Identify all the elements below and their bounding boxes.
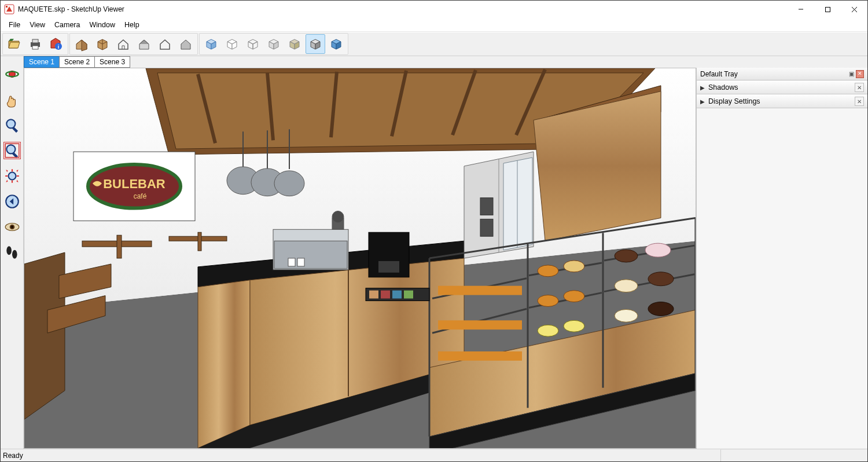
expand-arrow-icon: ▶ [700,98,705,105]
toolbar-group [69,33,198,55]
panel-label: Display Settings [708,97,760,105]
status-text: Ready [3,452,23,460]
face-7-icon[interactable] [326,34,346,54]
svg-rect-103 [369,291,378,299]
svg-marker-71 [503,157,532,250]
panel-label: Shadows [708,83,738,91]
svg-point-94 [538,325,558,336]
pan-icon[interactable] [3,91,21,108]
face-2-icon[interactable] [222,34,242,54]
menu-file[interactable]: File [4,20,25,30]
svg-rect-51 [198,232,201,251]
svg-rect-62 [288,258,295,266]
maximize-button[interactable] [814,1,841,18]
svg-rect-69 [480,198,493,215]
tray-close-icon[interactable]: ✕ [856,70,864,78]
menu-bar: File View Camera Window Help [1,18,867,32]
svg-point-101 [648,302,674,316]
zoom-window-icon[interactable] [3,142,21,159]
logo-top: BULEBAR [103,177,165,191]
model-info-icon[interactable]: i [46,34,66,54]
app-logo-icon [4,4,14,14]
menu-view[interactable]: View [25,20,50,30]
menu-window[interactable]: Window [85,20,120,30]
svg-rect-9 [32,46,38,49]
style-1-icon[interactable] [72,34,91,54]
camera-toolbar [1,56,24,449]
style-4-icon[interactable] [134,34,154,54]
tray-title-text: Default Tray [700,70,738,78]
svg-rect-104 [381,291,390,299]
minimize-button[interactable] [788,1,814,18]
svg-point-24 [6,246,12,255]
svg-point-99 [648,272,674,286]
status-bar: Ready [1,449,867,461]
window-title: MAQUETE.skp - SketchUp Viewer [18,5,788,13]
face-3-icon[interactable] [243,34,263,54]
expand-arrow-icon: ▶ [700,85,705,91]
style-6-icon[interactable] [176,34,196,54]
svg-point-95 [564,320,584,332]
previous-icon[interactable] [3,193,21,210]
menu-help[interactable]: Help [120,20,144,30]
svg-text:i: i [58,44,60,50]
menu-camera[interactable]: Camera [50,20,84,30]
style-3-icon[interactable] [113,34,133,54]
style-5-icon[interactable] [155,34,175,54]
style-2-icon[interactable] [93,34,112,54]
face-6-icon[interactable] [306,34,325,54]
scene-tab[interactable]: Scene 2 [59,56,95,68]
svg-rect-106 [404,291,413,299]
svg-point-90 [538,265,558,277]
svg-marker-53 [198,280,250,448]
svg-rect-88 [438,320,522,329]
svg-point-16 [6,145,15,153]
close-button[interactable] [841,1,867,18]
panel-shadows[interactable]: ▶ Shadows ✕ [697,80,867,94]
svg-point-96 [615,250,638,262]
svg-point-19 [8,173,16,180]
open-icon[interactable] [5,34,24,54]
app-window: MAQUETE.skp - SketchUp Viewer File View … [0,0,868,462]
face-5-icon[interactable] [285,34,304,54]
status-right-cell [720,449,865,461]
svg-rect-50 [117,235,122,258]
face-1-icon[interactable] [201,34,221,54]
tray-titlebar[interactable]: Default Tray ▣ ✕ [697,68,867,80]
svg-point-98 [615,280,638,292]
workspace: Scene 1Scene 2Scene 3 [1,56,867,449]
print-icon[interactable] [25,34,45,54]
scene-tab[interactable]: Scene 1 [24,56,60,68]
svg-point-91 [564,261,584,272]
svg-rect-65 [378,261,399,273]
scene-tab[interactable]: Scene 3 [94,56,130,68]
panel-display-settings[interactable]: ▶ Display Settings ✕ [697,94,867,108]
zoom-icon[interactable] [3,116,21,134]
svg-rect-87 [438,286,522,295]
panel-close-icon[interactable]: ✕ [855,83,864,92]
viewport-wrapper: BULEBAR café [24,56,867,449]
svg-point-23 [10,226,13,228]
pin-icon[interactable]: ▣ [849,71,854,77]
svg-rect-70 [480,219,493,236]
svg-rect-89 [438,351,522,361]
svg-rect-59 [274,241,347,269]
walk-icon[interactable] [3,244,21,261]
title-bar: MAQUETE.skp - SketchUp Viewer [1,1,867,18]
face-4-icon[interactable] [264,34,284,54]
panel-close-icon[interactable]: ✕ [855,97,864,106]
look-around-icon[interactable] [3,218,21,236]
main-toolbar: i [1,32,867,56]
svg-point-100 [615,309,638,322]
svg-point-92 [538,295,558,307]
svg-rect-3 [825,7,830,12]
svg-rect-1 [6,6,8,8]
model-viewport[interactable]: BULEBAR café [24,68,696,449]
svg-point-14 [6,119,15,128]
default-tray: Default Tray ▣ ✕ ▶ Shadows ✕ ▶ Display S… [696,68,867,449]
svg-rect-63 [297,258,304,266]
orbit-icon[interactable] [3,65,21,83]
toolbar-group [199,33,348,55]
zoom-extents-icon[interactable] [3,167,21,185]
svg-point-97 [645,243,671,257]
